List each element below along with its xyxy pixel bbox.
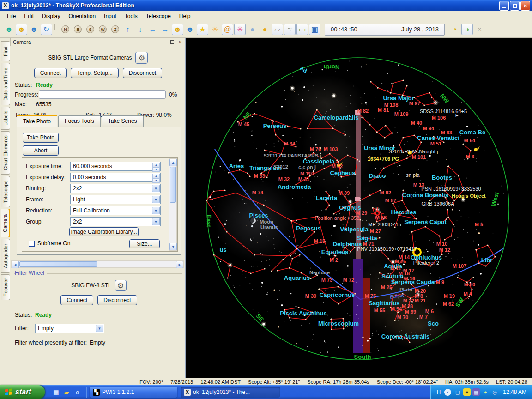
maximize-button[interactable] xyxy=(510,1,520,11)
tab-focus-tools[interactable]: Focus Tools xyxy=(58,115,101,127)
pan-right-icon[interactable]: → xyxy=(159,24,171,35)
scroll-down-icon[interactable]: ▼ xyxy=(169,243,177,250)
look-zenith-icon[interactable]: Z xyxy=(109,24,121,35)
group-select[interactable]: 2x2▼ xyxy=(70,217,161,226)
menu-input[interactable]: Input xyxy=(100,12,121,21)
look-west-icon[interactable]: W xyxy=(97,24,109,35)
person-blue-icon[interactable]: ☻ xyxy=(28,24,40,35)
filter-wheel-disconnect-button[interactable]: Disconnect xyxy=(97,295,137,305)
time-date-display[interactable]: 00 :43 :50 July 28 , 2013 xyxy=(325,24,445,36)
language-indicator[interactable]: IT xyxy=(437,389,442,395)
spinner-arrows[interactable]: ▲▼ xyxy=(152,163,160,170)
time-clear-icon[interactable]: × xyxy=(474,24,485,35)
filter-wheel-connect-button[interactable]: Connect xyxy=(60,295,93,305)
look-east-icon[interactable]: E xyxy=(72,24,84,35)
task-button-theskyx[interactable]: Xok_12july2013* - The... xyxy=(181,387,280,398)
size-button[interactable]: Size... xyxy=(129,239,160,248)
menu-help[interactable]: Help xyxy=(175,12,195,21)
menu-edit[interactable]: Edit xyxy=(20,12,38,21)
look-north-icon[interactable]: N xyxy=(60,24,71,35)
zoom-person-icon[interactable]: ☻ xyxy=(3,24,15,35)
sidebar-tab-autoguider[interactable]: Autoguider xyxy=(1,239,10,273)
image-calibration-library-button[interactable]: Image Calibration Library... xyxy=(69,227,139,236)
bell-blue-icon[interactable]: ● xyxy=(247,24,258,35)
tab-take-series[interactable]: Take Series xyxy=(102,115,144,127)
chevron-down-icon[interactable]: ▼ xyxy=(152,196,160,203)
camera-temp-setup-button[interactable]: Temp. Setup... xyxy=(71,68,118,78)
dock-horizontal-scrollbar[interactable]: ◄ ► xyxy=(11,260,184,268)
filter-wheel-settings-gear-icon[interactable]: ⚙ xyxy=(115,280,127,291)
menu-tools[interactable]: Tools xyxy=(121,12,142,21)
camera-disconnect-button[interactable]: Disconnect xyxy=(123,68,162,78)
panel-float-icon[interactable] xyxy=(169,39,175,45)
person-yellow-icon[interactable]: ☻ xyxy=(16,24,27,35)
look-south-icon[interactable]: S xyxy=(85,24,96,35)
sun-icon[interactable]: ☀ xyxy=(209,24,221,35)
close-button[interactable]: × xyxy=(520,1,530,11)
tray-chevron-icon[interactable]: ‹ xyxy=(444,389,451,396)
galaxy-icon[interactable]: @ xyxy=(222,24,233,35)
take-photo-button[interactable]: Take Photo xyxy=(23,133,59,143)
chart-line-icon[interactable]: ≈ xyxy=(284,24,296,35)
menu-file[interactable]: File xyxy=(3,12,20,21)
abort-button[interactable]: Abort xyxy=(23,145,59,156)
hscroll-thumb[interactable] xyxy=(19,261,97,267)
scroll-thumb[interactable] xyxy=(170,167,176,203)
nebula-icon[interactable]: ✳ xyxy=(234,24,246,35)
labels-icon[interactable]: ▱ xyxy=(272,24,283,35)
scroll-left-icon[interactable]: ◄ xyxy=(12,261,19,268)
person-blue2-icon[interactable]: ☻ xyxy=(184,24,196,35)
exposure-time-input[interactable]: 60.000 seconds▲▼ xyxy=(70,162,161,171)
spinner-arrows[interactable]: ▲▼ xyxy=(152,174,160,181)
chevron-down-icon[interactable]: ▼ xyxy=(152,218,160,225)
panel-close-icon[interactable]: × xyxy=(177,39,183,45)
minimize-button[interactable] xyxy=(499,1,509,11)
subframe-checkbox[interactable] xyxy=(29,241,35,247)
sidebar-tab-chart-elements[interactable]: Chart Elements xyxy=(1,131,10,175)
sidebar-tab-telescope[interactable]: Telescope xyxy=(1,176,10,207)
person-yellow2-icon[interactable]: ☻ xyxy=(172,24,183,35)
sky-chart[interactable]: PerseusCamelopardalisUrsa MajorUrsa Mino… xyxy=(186,38,532,378)
menu-orientation[interactable]: Orientation xyxy=(64,12,100,21)
time-skip-icon[interactable]: ◔ xyxy=(449,24,460,35)
tray-window-icon[interactable]: ▢ xyxy=(454,388,461,396)
sidebar-tab-labels[interactable]: Labels xyxy=(1,107,10,130)
menu-telescope[interactable]: Telescope xyxy=(142,12,175,21)
star-icon[interactable]: ★ xyxy=(197,24,208,35)
display-icon[interactable]: ▣ xyxy=(309,24,320,35)
sidebar-tab-focuser[interactable]: Focuser xyxy=(1,274,10,300)
scroll-right-icon[interactable]: ► xyxy=(176,261,183,268)
show-desktop-icon[interactable]: ▦ xyxy=(52,388,60,396)
menu-display[interactable]: Display xyxy=(38,12,64,21)
fov-rect-icon[interactable]: ▭ xyxy=(296,24,308,35)
tray-network-icon[interactable]: ▦ xyxy=(472,388,480,396)
frame-select[interactable]: Light▼ xyxy=(70,195,161,204)
chevron-down-icon[interactable]: ▼ xyxy=(152,207,160,214)
pan-left-icon[interactable]: ← xyxy=(147,24,158,35)
restore-view-icon[interactable]: ↻ xyxy=(41,24,52,35)
browser-icon[interactable]: e xyxy=(73,388,81,396)
scroll-up-icon[interactable]: ▲ xyxy=(169,159,177,166)
time-now-icon[interactable]: ◑ xyxy=(461,24,473,35)
pan-up-icon[interactable]: ↑ xyxy=(122,24,133,35)
bell-yellow-icon[interactable]: ● xyxy=(259,24,271,35)
tray-camera-icon[interactable]: ◎ xyxy=(491,388,498,396)
tray-eye-icon[interactable]: ● xyxy=(463,388,471,396)
filter-select[interactable]: Empty ▼ xyxy=(35,324,104,333)
autosave-button[interactable]: AutoSave xyxy=(129,251,160,252)
exposure-delay-input[interactable]: 0.00 seconds▲▼ xyxy=(70,173,161,182)
chevron-down-icon[interactable]: ▼ xyxy=(96,325,103,332)
form-vertical-scrollbar[interactable]: ▲ ▼ xyxy=(169,158,177,251)
sidebar-tab-camera[interactable]: Camera xyxy=(1,209,10,237)
binning-select[interactable]: 2x2▼ xyxy=(70,184,161,193)
start-button[interactable]: start xyxy=(0,385,45,399)
camera-connect-button[interactable]: Connect xyxy=(34,68,67,78)
tab-take-photo[interactable]: Take Photo xyxy=(17,115,57,127)
camera-settings-gear-icon[interactable]: ⚙ xyxy=(135,52,148,64)
sidebar-tab-find[interactable]: Find xyxy=(1,41,10,61)
reduction-select[interactable]: Full Calibration▼ xyxy=(70,206,161,215)
folder-icon[interactable]: ▰ xyxy=(63,388,71,396)
task-button-pwi3[interactable]: ▚PWI3 1.1.2.1 xyxy=(90,387,177,398)
chevron-down-icon[interactable]: ▼ xyxy=(152,185,160,192)
sidebar-tab-date-and-time[interactable]: Date and Time xyxy=(1,63,10,105)
